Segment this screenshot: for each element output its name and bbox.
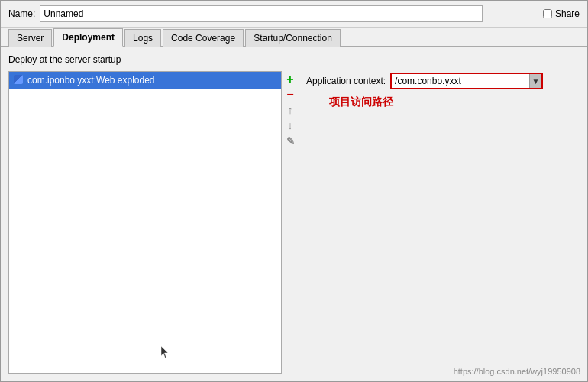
right-panel: Application context: ▼ 项目访问路径 [306, 71, 580, 374]
tabs-bar: Server Deployment Logs Code Coverage Sta… [1, 28, 587, 47]
share-label: Share [555, 8, 580, 19]
left-panel: com.iponbo.yxxt:Web exploded + − ↑ ↓ ✎ [8, 71, 299, 374]
artifact-type-icon [14, 75, 23, 84]
share-checkbox[interactable] [543, 9, 552, 18]
name-label: Name: [8, 8, 35, 19]
app-context-label: Application context: [306, 76, 386, 86]
app-context-dropdown-button[interactable]: ▼ [529, 74, 541, 88]
app-context-input[interactable] [392, 74, 529, 88]
dialog: Name: Share Server Deployment Logs Code … [0, 0, 588, 382]
tab-code-coverage[interactable]: Code Coverage [163, 29, 244, 47]
name-bar: Name: Share [1, 1, 587, 28]
move-up-button[interactable]: ↑ [283, 103, 297, 117]
edit-artifact-button[interactable]: ✎ [283, 134, 297, 147]
deploy-panel: com.iponbo.yxxt:Web exploded + − ↑ ↓ ✎ A… [8, 71, 580, 374]
app-context-input-wrap: ▼ [390, 73, 543, 89]
footer-text: https://blog.csdn.net/wyj19950908 [454, 367, 580, 376]
add-artifact-button[interactable]: + [283, 73, 297, 86]
move-down-button[interactable]: ↓ [283, 118, 297, 132]
tab-startup-connection[interactable]: Startup/Connection [245, 29, 341, 47]
share-area: Share [543, 8, 580, 19]
app-context-row: Application context: ▼ [306, 73, 580, 89]
name-input[interactable] [40, 5, 483, 22]
artifact-item[interactable]: com.iponbo.yxxt:Web exploded [9, 72, 281, 89]
artifact-label: com.iponbo.yxxt:Web exploded [27, 75, 155, 86]
artifact-toolbar: + − ↑ ↓ ✎ [282, 71, 299, 374]
artifact-list[interactable]: com.iponbo.yxxt:Web exploded [8, 71, 282, 374]
tab-logs[interactable]: Logs [124, 29, 161, 47]
tab-deployment[interactable]: Deployment [53, 28, 123, 47]
content-area: Deploy at the server startup com.iponbo.… [1, 47, 587, 381]
remove-artifact-button[interactable]: − [283, 88, 297, 102]
tab-server[interactable]: Server [8, 29, 52, 47]
artifact-icon [14, 75, 24, 86]
deploy-label: Deploy at the server startup [8, 54, 580, 65]
annotation-text: 项目访问路径 [329, 96, 580, 109]
